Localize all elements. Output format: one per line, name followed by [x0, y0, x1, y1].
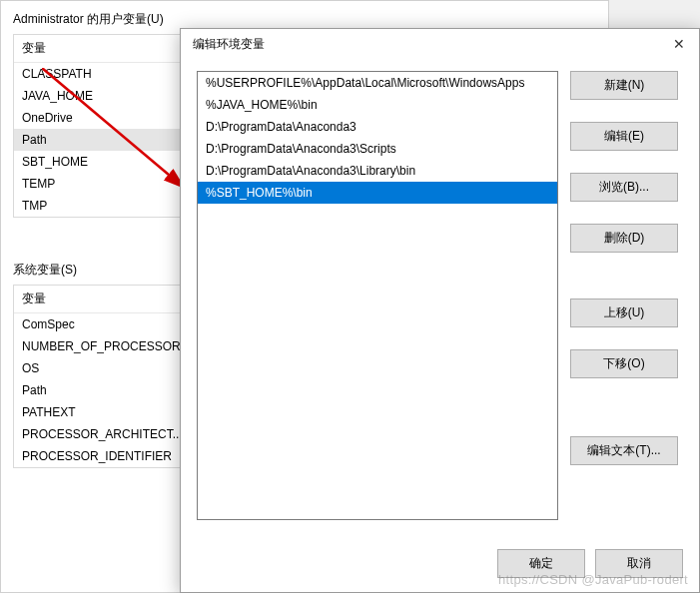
- browse-button[interactable]: 浏览(B)...: [570, 173, 678, 202]
- dialog-footer: 确定 取消: [497, 549, 683, 578]
- dialog-title: 编辑环境变量: [193, 36, 265, 53]
- path-list-item[interactable]: D:\ProgramData\Anaconda3: [198, 116, 557, 138]
- new-button[interactable]: 新建(N): [570, 71, 678, 100]
- dialog-titlebar: 编辑环境变量 ✕: [181, 29, 699, 59]
- delete-button[interactable]: 删除(D): [570, 224, 678, 253]
- edit-button[interactable]: 编辑(E): [570, 122, 678, 151]
- ok-button[interactable]: 确定: [497, 549, 585, 578]
- path-list[interactable]: %USERPROFILE%\AppData\Local\Microsoft\Wi…: [197, 71, 558, 520]
- path-list-item[interactable]: %SBT_HOME%\bin: [198, 182, 557, 204]
- cancel-button[interactable]: 取消: [595, 549, 683, 578]
- user-vars-label: Administrator 的用户变量(U): [13, 11, 596, 28]
- path-list-item[interactable]: D:\ProgramData\Anaconda3\Scripts: [198, 138, 557, 160]
- path-list-item[interactable]: D:\ProgramData\Anaconda3\Library\bin: [198, 160, 557, 182]
- move-up-button[interactable]: 上移(U): [570, 298, 678, 327]
- path-list-item[interactable]: %USERPROFILE%\AppData\Local\Microsoft\Wi…: [198, 72, 557, 94]
- dialog-button-column: 新建(N) 编辑(E) 浏览(B)... 删除(D) 上移(U) 下移(O) 编…: [570, 71, 678, 520]
- path-list-item[interactable]: %JAVA_HOME%\bin: [198, 94, 557, 116]
- move-down-button[interactable]: 下移(O): [570, 349, 678, 378]
- edit-text-button[interactable]: 编辑文本(T)...: [570, 436, 678, 465]
- close-icon[interactable]: ✕: [669, 36, 689, 52]
- edit-env-var-dialog: 编辑环境变量 ✕ %USERPROFILE%\AppData\Local\Mic…: [180, 28, 700, 593]
